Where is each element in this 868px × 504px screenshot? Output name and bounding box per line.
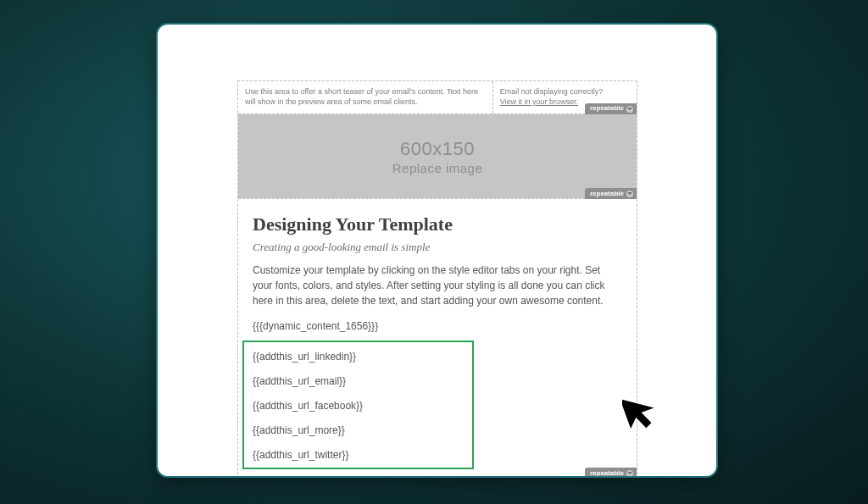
- screenshot-card: Use this area to offer a short teaser of…: [156, 23, 718, 478]
- hero-dimensions: 600x150: [400, 138, 475, 160]
- view-in-browser-link[interactable]: View it in your browser.: [500, 97, 578, 107]
- hero-section: 600x150 Replace image repeatable: [238, 114, 637, 199]
- hero-caption: Replace image: [392, 161, 483, 175]
- repeatable-label: repeatable: [590, 190, 624, 197]
- addthis-token: {{addthis_url_email}}: [253, 375, 464, 387]
- article-body: Customize your template by clicking on t…: [253, 263, 622, 308]
- content-section: Designing Your Template Creating a good-…: [238, 199, 637, 478]
- preheader-row: Use this area to offer a short teaser of…: [238, 81, 637, 114]
- chevron-down-icon: [626, 470, 633, 477]
- preheader-notice-text: Email not displaying correctly?: [500, 87, 604, 96]
- addthis-token: {{addthis_url_linkedin}}: [253, 351, 464, 363]
- preheader-teaser-text: Use this area to offer a short teaser of…: [245, 87, 478, 106]
- article-heading: Designing Your Template: [253, 213, 622, 235]
- chevron-down-icon: [626, 191, 633, 197]
- preheader-teaser[interactable]: Use this area to offer a short teaser of…: [238, 81, 493, 114]
- template-table: Use this area to offer a short teaser of…: [237, 80, 637, 478]
- addthis-token: {{addthis_url_facebook}}: [253, 400, 464, 412]
- hero-image-placeholder[interactable]: 600x150 Replace image: [238, 114, 637, 198]
- repeatable-label: repeatable: [590, 469, 624, 477]
- repeatable-badge[interactable]: repeatable: [585, 188, 637, 199]
- article-subheading: Creating a good-looking email is simple: [253, 241, 622, 254]
- repeatable-badge[interactable]: repeatable: [585, 103, 637, 114]
- email-template-editor: Use this area to offer a short teaser of…: [237, 80, 637, 478]
- repeatable-badge[interactable]: repeatable: [585, 468, 637, 478]
- preheader-right: Email not displaying correctly? View it …: [493, 81, 637, 114]
- addthis-token: {{addthis_url_more}}: [253, 424, 464, 436]
- chevron-down-icon: [626, 106, 633, 113]
- content-block[interactable]: Designing Your Template Creating a good-…: [238, 199, 637, 478]
- highlighted-selection-box[interactable]: {{addthis_url_linkedin}} {{addthis_url_e…: [242, 341, 474, 469]
- addthis-token: {{addthis_url_twitter}}: [253, 449, 464, 461]
- repeatable-label: repeatable: [590, 104, 624, 114]
- dynamic-content-token: {{{dynamic_content_1656}}}: [253, 320, 622, 332]
